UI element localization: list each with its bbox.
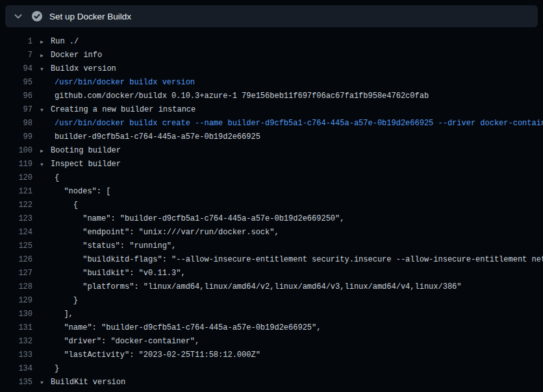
line-number[interactable]: 121	[0, 185, 32, 199]
line-number[interactable]: 119	[0, 158, 32, 171]
actions-log-viewer: Set up Docker Buildx 1▶Run ./7▶Docker in…	[0, 0, 543, 392]
line-number[interactable]: 122	[0, 199, 32, 212]
log-group-header[interactable]: ▶Run ./	[40, 35, 79, 49]
log-line: 126 "buildkitd-flags": "--allow-insecure…	[0, 253, 543, 267]
log-group-header[interactable]: ▼Creating a new builder instance	[40, 103, 196, 117]
line-number[interactable]: 95	[0, 76, 32, 90]
log-line: 121 "nodes": [	[0, 185, 543, 199]
log-line: 96github.com/docker/buildx 0.10.3+azure-…	[0, 90, 543, 103]
log-output-text: }	[55, 294, 78, 308]
log-output-text: "nodes": [	[55, 185, 110, 199]
line-number[interactable]: 126	[0, 253, 32, 267]
log-output-text: "status": "running",	[55, 239, 176, 253]
line-number[interactable]: 127	[0, 267, 32, 280]
log-line: 122 {	[0, 199, 543, 212]
line-number[interactable]: 98	[0, 117, 32, 130]
log-group-header[interactable]: ▼BuildKit version	[40, 376, 125, 389]
check-circle-icon	[31, 10, 43, 22]
log-line: 99builder-d9cfb5a1-c764-445a-a57e-0b19d2…	[0, 130, 543, 144]
line-number[interactable]: 100	[0, 144, 32, 158]
log-output-text: "lastActivity": "2023-02-25T11:58:12.000…	[55, 349, 260, 362]
log-line: 136builder-d9cfb5a1-c764-445a-a57e-0b19d…	[0, 389, 543, 392]
line-number[interactable]: 135	[0, 376, 32, 389]
log-output-text: "buildkit": "v0.11.3",	[55, 267, 186, 280]
line-number[interactable]: 1	[0, 35, 32, 49]
log-line: 132 "driver": "docker-container",	[0, 335, 543, 349]
line-number[interactable]: 124	[0, 226, 32, 239]
line-number[interactable]: 134	[0, 362, 32, 376]
triangle-down-icon[interactable]: ▼	[40, 103, 51, 117]
log-output-text: builder-d9cfb5a1-c764-445a-a57e-0b19d2e6…	[55, 130, 260, 144]
log-output-text: {	[55, 199, 78, 212]
log-output-text: "buildkitd-flags": "--allow-insecure-ent…	[55, 253, 543, 267]
triangle-right-icon[interactable]: ▶	[40, 49, 51, 62]
log-group-header[interactable]: ▼Buildx version	[40, 62, 116, 76]
step-title: Set up Docker Buildx	[49, 12, 131, 21]
line-number[interactable]: 120	[0, 171, 32, 185]
log-group-title[interactable]: Run ./	[51, 35, 79, 49]
line-number[interactable]: 132	[0, 335, 32, 349]
line-number[interactable]: 133	[0, 349, 32, 362]
line-number[interactable]: 129	[0, 294, 32, 308]
log-group-header[interactable]: ▼Inspect builder	[40, 158, 121, 171]
chevron-down-icon[interactable]	[13, 11, 23, 21]
log-group-header[interactable]: ▶Booting builder	[40, 144, 121, 158]
triangle-right-icon[interactable]: ▶	[40, 144, 51, 158]
log-group-title[interactable]: Creating a new builder instance	[51, 103, 196, 117]
log-output-text: "endpoint": "unix:///var/run/docker.sock…	[55, 226, 279, 239]
line-number[interactable]: 136	[0, 389, 32, 392]
line-number[interactable]: 125	[0, 239, 32, 253]
log-line: 94▼Buildx version	[0, 62, 543, 76]
triangle-down-icon[interactable]: ▼	[40, 158, 51, 171]
log-line: 124 "endpoint": "unix:///var/run/docker.…	[0, 226, 543, 239]
log-line: 125 "status": "running",	[0, 239, 543, 253]
line-number[interactable]: 131	[0, 321, 32, 335]
log-line: 100▶Booting builder	[0, 144, 543, 158]
step-header[interactable]: Set up Docker Buildx	[5, 5, 538, 27]
log-line: 129 }	[0, 294, 543, 308]
line-number[interactable]: 96	[0, 90, 32, 103]
log-line: 128 "platforms": "linux/amd64,linux/amd6…	[0, 280, 543, 294]
log-output-text: "platforms": "linux/amd64,linux/amd64/v2…	[55, 280, 462, 294]
line-number[interactable]: 128	[0, 280, 32, 294]
log-group-header[interactable]: ▶Docker info	[40, 49, 102, 62]
log-line: 135▼BuildKit version	[0, 376, 543, 389]
log-line: 7▶Docker info	[0, 49, 543, 62]
log-group-title[interactable]: Docker info	[51, 49, 102, 62]
line-number[interactable]: 97	[0, 103, 32, 117]
log-line: 1▶Run ./	[0, 35, 543, 49]
triangle-down-icon[interactable]: ▼	[40, 376, 51, 389]
log-line: 95/usr/bin/docker buildx version	[0, 76, 543, 90]
log-output-text: }	[55, 362, 59, 376]
log-line: 97▼Creating a new builder instance	[0, 103, 543, 117]
log-line: 131 "name": "builder-d9cfb5a1-c764-445a-…	[0, 321, 543, 335]
log-output-text: "name": "builder-d9cfb5a1-c764-445a-a57e…	[55, 212, 344, 226]
log-output-text: github.com/docker/buildx 0.10.3+azure-1 …	[55, 90, 429, 103]
log-line: 123 "name": "builder-d9cfb5a1-c764-445a-…	[0, 212, 543, 226]
log-line: 98/usr/bin/docker buildx create --name b…	[0, 117, 543, 130]
triangle-right-icon[interactable]: ▶	[40, 35, 51, 49]
line-number[interactable]: 123	[0, 212, 32, 226]
line-number[interactable]: 7	[0, 49, 32, 62]
log-line: 119▼Inspect builder	[0, 158, 543, 171]
log-lines-container[interactable]: 1▶Run ./7▶Docker info94▼Buildx version95…	[0, 27, 543, 392]
triangle-down-icon[interactable]: ▼	[40, 62, 51, 76]
log-output-text: "name": "builder-d9cfb5a1-c764-445a-a57e…	[55, 321, 321, 335]
line-number[interactable]: 99	[0, 130, 32, 144]
log-output-text: {	[55, 171, 59, 185]
log-line: 127 "buildkit": "v0.11.3",	[0, 267, 543, 280]
log-command-text: /usr/bin/docker buildx create --name bui…	[55, 117, 543, 130]
log-output-text: "driver": "docker-container",	[55, 335, 199, 349]
log-output-text: ],	[55, 308, 73, 321]
log-group-title[interactable]: Inspect builder	[51, 158, 121, 171]
log-group-title[interactable]: Booting builder	[51, 144, 121, 158]
log-line: 130 ],	[0, 308, 543, 321]
log-line: 133 "lastActivity": "2023-02-25T11:58:12…	[0, 349, 543, 362]
log-group-title[interactable]: BuildKit version	[51, 376, 125, 389]
log-line: 120{	[0, 171, 543, 185]
line-number[interactable]: 94	[0, 62, 32, 76]
line-number[interactable]: 130	[0, 308, 32, 321]
log-output-text: builder-d9cfb5a1-c764-445a-a57e-0b19d2e6…	[55, 389, 307, 392]
log-line: 134}	[0, 362, 543, 376]
log-group-title[interactable]: Buildx version	[51, 62, 116, 76]
